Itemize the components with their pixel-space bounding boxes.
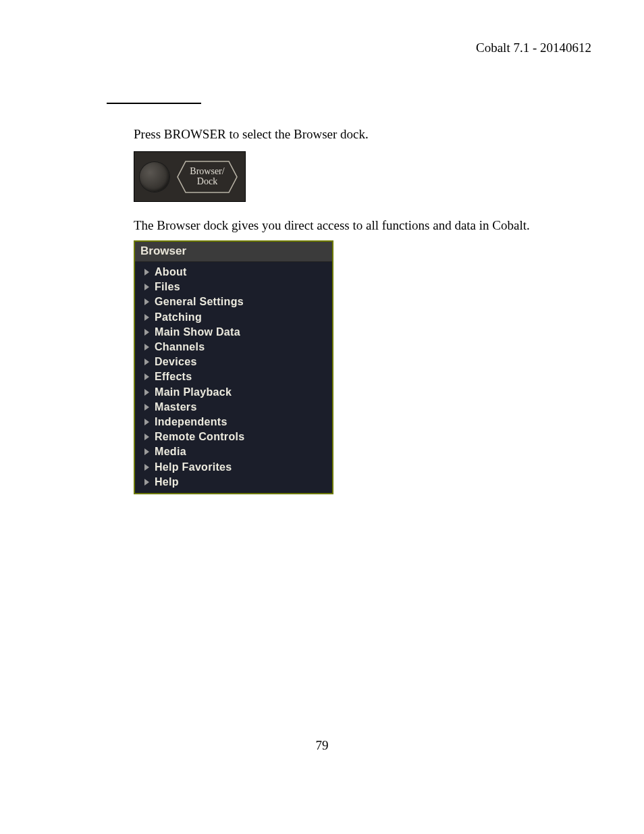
browser-item-devices[interactable]: Devices: [135, 355, 332, 369]
chevron-right-icon: [144, 404, 149, 411]
page-number: 79: [0, 738, 644, 753]
browser-item-main-show-data[interactable]: Main Show Data: [135, 325, 332, 340]
chevron-right-icon: [144, 448, 149, 455]
hex-label-line2: Dock: [197, 176, 217, 186]
browser-item-label: Help: [155, 476, 179, 488]
circle-button-icon: [140, 162, 169, 192]
browser-item-label: Devices: [155, 356, 197, 368]
browser-item-main-playback[interactable]: Main Playback: [135, 385, 332, 400]
chevron-right-icon: [144, 284, 149, 290]
browser-dock-panel: Browser About Files General Settings Pat…: [134, 240, 333, 494]
browser-item-label: Media: [155, 446, 186, 458]
browser-item-label: About: [155, 266, 187, 278]
paragraph-description: The Browser dock gives you direct access…: [134, 218, 530, 233]
browser-item-label: Patching: [155, 311, 202, 323]
browser-panel-title: Browser: [135, 242, 332, 262]
browser-item-label: Remote Controls: [155, 431, 244, 443]
browser-item-label: Files: [155, 281, 180, 293]
chevron-right-icon: [144, 298, 149, 305]
chevron-right-icon: [144, 373, 149, 380]
hexagon-button-icon: Browser/ Dock: [176, 160, 238, 194]
chevron-right-icon: [144, 434, 149, 440]
chevron-right-icon: [144, 359, 149, 365]
paragraph-intro: Press BROWSER to select the Browser dock…: [134, 127, 369, 142]
browser-item-label: Help Favorites: [155, 461, 232, 473]
browser-item-label: Effects: [155, 371, 192, 383]
browser-item-masters[interactable]: Masters: [135, 400, 332, 415]
browser-item-label: Main Show Data: [155, 326, 240, 338]
chevron-right-icon: [144, 479, 149, 486]
chevron-right-icon: [144, 389, 149, 396]
browser-item-help[interactable]: Help: [135, 475, 332, 490]
browser-tree: About Files General Settings Patching Ma…: [135, 262, 332, 490]
chevron-right-icon: [144, 329, 149, 336]
browser-item-effects[interactable]: Effects: [135, 369, 332, 384]
browser-item-label: Main Playback: [155, 386, 232, 398]
browser-item-label: Masters: [155, 401, 197, 413]
browser-dock-button-figure: Browser/ Dock: [134, 151, 246, 202]
browser-item-about[interactable]: About: [135, 265, 332, 280]
hex-label-line1: Browser/: [190, 166, 224, 176]
chevron-right-icon: [144, 269, 149, 276]
browser-item-label: Channels: [155, 341, 205, 353]
chevron-right-icon: [144, 344, 149, 350]
page-header-version: Cobalt 7.1 - 20140612: [476, 41, 591, 55]
browser-item-patching[interactable]: Patching: [135, 310, 332, 325]
hexagon-button-label: Browser/ Dock: [190, 167, 224, 186]
chevron-right-icon: [144, 464, 149, 471]
browser-item-channels[interactable]: Channels: [135, 340, 332, 355]
browser-item-media[interactable]: Media: [135, 444, 332, 459]
chevron-right-icon: [144, 314, 149, 321]
browser-item-general-settings[interactable]: General Settings: [135, 294, 332, 309]
browser-item-help-favorites[interactable]: Help Favorites: [135, 459, 332, 474]
browser-item-files[interactable]: Files: [135, 280, 332, 294]
section-divider: [107, 103, 201, 104]
browser-item-remote-controls[interactable]: Remote Controls: [135, 429, 332, 444]
browser-item-independents[interactable]: Independents: [135, 415, 332, 429]
browser-item-label: General Settings: [155, 296, 244, 308]
chevron-right-icon: [144, 419, 149, 425]
browser-item-label: Independents: [155, 416, 227, 428]
